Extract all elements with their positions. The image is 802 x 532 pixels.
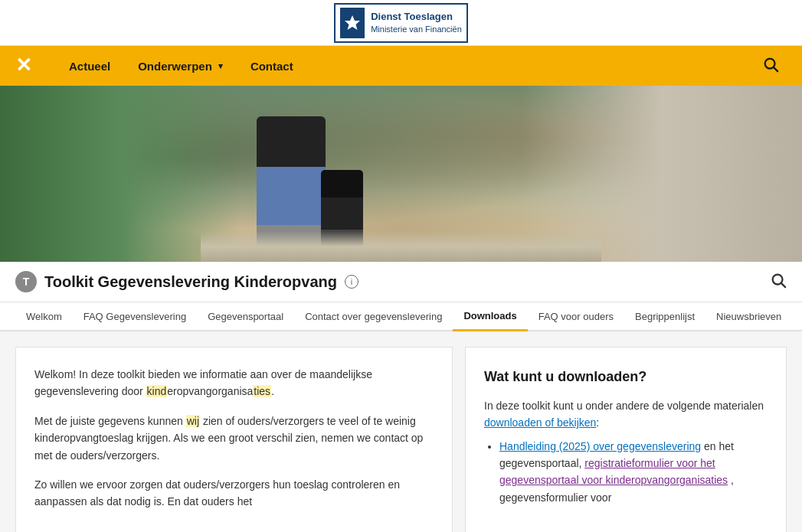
info-icon[interactable]: i	[345, 275, 358, 289]
left-para-1: Welkom! In deze toolkit bieden we inform…	[34, 366, 434, 400]
svg-line-4	[781, 283, 785, 287]
sub-nav-contact[interactable]: Contact over gegevenslevering	[294, 303, 453, 330]
highlight-wij: wij	[186, 415, 200, 427]
nav-item-onderwerpen[interactable]: Onderwerpen ▾	[124, 46, 237, 86]
chevron-down-icon: ▾	[218, 61, 223, 71]
highlight-ties: ties	[253, 385, 271, 397]
download-link[interactable]: downloaden of bekijken	[484, 416, 596, 429]
toolkit-title: Toolkit Gegevenslevering Kinderopvang	[44, 273, 337, 291]
main-content: Welkom! In deze toolkit bieden we inform…	[0, 331, 802, 532]
svg-line-2	[774, 67, 777, 71]
logo-area: Dienst Toeslagen Ministerie van Financië…	[334, 3, 468, 43]
logo-text: Dienst Toeslagen Ministerie van Financië…	[371, 11, 462, 34]
left-para-2: Met de juiste gegevens kunnen wij zien o…	[34, 413, 434, 464]
nav-search-icon[interactable]	[755, 56, 787, 77]
sub-nav-faq-gegevenslevering[interactable]: FAQ Gegevenslevering	[73, 303, 197, 330]
toolkit-initial-icon: T	[15, 271, 37, 292]
toolkit-search-icon[interactable]	[770, 272, 787, 292]
nav-item-actueel[interactable]: Actueel	[55, 46, 124, 86]
sub-nav-gegevensportaal[interactable]: Gegevensportaal	[197, 303, 294, 330]
nav-item-contact[interactable]: Contact	[237, 46, 307, 86]
toolkit-header: T Toolkit Gegevenslevering Kinderopvang …	[0, 262, 802, 302]
nav-items: Actueel Onderwerpen ▾ Contact	[55, 46, 755, 86]
svg-marker-0	[345, 15, 360, 30]
nav-logo-symbol: ✕	[15, 55, 32, 77]
left-para-3: Zo willen we ervoor zorgen dat ouders/ve…	[34, 476, 434, 511]
sub-nav-welkom[interactable]: Welkom	[15, 303, 73, 330]
header: Dienst Toeslagen Ministerie van Financië…	[0, 0, 802, 46]
list-item-1: Handleiding (2025) over gegevenslevering…	[499, 438, 768, 507]
sub-nav: Welkom FAQ Gegevenslevering Gegevensport…	[0, 302, 802, 331]
highlight-kind: kind	[146, 385, 168, 397]
sub-nav-downloads[interactable]: Downloads	[453, 302, 527, 331]
logo-emblem-icon	[345, 15, 360, 31]
download-list: Handleiding (2025) over gegevenslevering…	[484, 438, 768, 507]
right-panel-intro: In deze toolkit kunt u onder andere de v…	[484, 397, 768, 432]
sub-nav-nieuwsbrieven[interactable]: Nieuwsbrieven	[705, 303, 792, 330]
hero-image	[0, 86, 802, 262]
ministry-name: Ministerie van Financiën	[371, 24, 462, 34]
right-panel-heading: Wat kunt u downloaden?	[484, 366, 768, 388]
toolkit-title-area: T Toolkit Gegevenslevering Kinderopvang …	[15, 271, 358, 292]
left-panel: Welkom! In deze toolkit bieden we inform…	[15, 347, 453, 532]
sub-nav-begrippenlijst[interactable]: Begrippenlijst	[624, 303, 705, 330]
handleiding-link[interactable]: Handleiding (2025) over gegevenslevering	[499, 440, 701, 452]
main-nav: ✕ Actueel Onderwerpen ▾ Contact	[0, 46, 802, 86]
sub-nav-faq-ouders[interactable]: FAQ voor ouders	[528, 303, 624, 330]
right-panel: Wat kunt u downloaden? In deze toolkit k…	[465, 347, 787, 532]
org-name: Dienst Toeslagen	[371, 11, 462, 24]
